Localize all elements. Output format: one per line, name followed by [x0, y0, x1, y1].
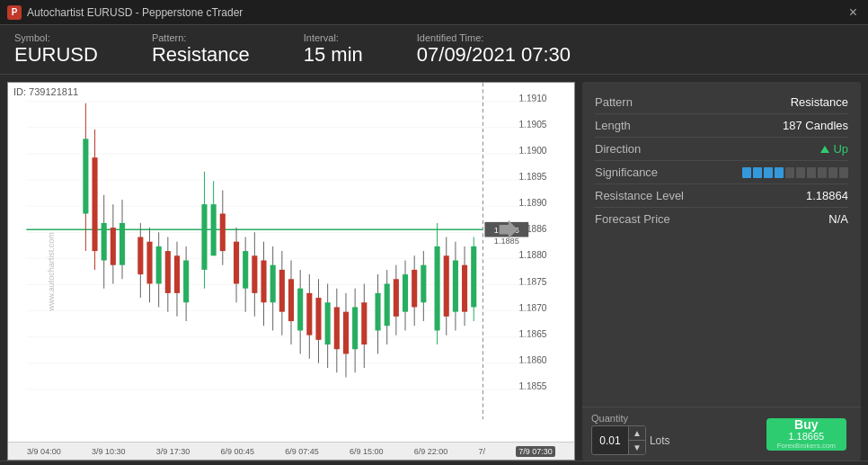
svg-rect-100	[435, 246, 440, 331]
quantity-down-button[interactable]: ▼	[629, 440, 645, 454]
sig-bar-3	[764, 167, 773, 178]
svg-rect-44	[156, 246, 162, 284]
sig-bar-6	[796, 167, 805, 178]
info-row-direction: Direction Up	[595, 138, 848, 161]
svg-rect-56	[220, 214, 226, 252]
direction-text: Up	[833, 142, 848, 156]
svg-text:1.1890: 1.1890	[518, 198, 546, 208]
info-row-length: Length 187 Candles	[595, 114, 848, 138]
svg-rect-58	[234, 242, 239, 284]
quantity-label: Quantity	[591, 413, 670, 424]
length-value: 187 Candles	[783, 119, 848, 132]
svg-rect-96	[412, 270, 417, 308]
svg-rect-74	[306, 293, 312, 335]
svg-rect-98	[421, 265, 426, 303]
chart-area: ID: 739121811 www.autochartist.com 1.191…	[7, 82, 575, 461]
bottom-bar: Open Chart Source: Autochartist i	[0, 461, 868, 465]
xlabel-8: 7/9 07:30	[516, 446, 555, 457]
titlebar: P Autochartist EURUSD - Pepperstone cTra…	[0, 0, 868, 25]
buy-button[interactable]: Buy 1.18665 ForexBrokers.com	[766, 418, 846, 451]
svg-rect-76	[315, 298, 321, 340]
svg-rect-34	[102, 223, 107, 261]
info-table: Pattern Resistance Length 187 Candles Di…	[582, 82, 861, 407]
xlabel-3: 6/9 00:45	[220, 447, 254, 456]
resistance-label: Resistance Level	[595, 189, 684, 202]
chart-inner: ID: 739121811 www.autochartist.com 1.191…	[8, 83, 574, 460]
lots-label: Lots	[650, 434, 670, 447]
header: Symbol: EURUSD Pattern: Resistance Inter…	[0, 25, 868, 75]
svg-rect-84	[352, 307, 358, 349]
significance-label: Significance	[595, 165, 658, 179]
info-row-pattern: Pattern Resistance	[595, 91, 848, 114]
xlabel-6: 6/9 22:00	[414, 447, 448, 456]
sig-bar-8	[818, 167, 827, 178]
identified-label: Identified Time:	[417, 32, 571, 43]
direction-label: Direction	[595, 142, 641, 156]
svg-text:1.1910: 1.1910	[518, 94, 546, 103]
info-row-significance: Significance	[595, 161, 848, 184]
svg-rect-86	[361, 302, 367, 344]
svg-rect-78	[325, 302, 331, 344]
significance-bars	[742, 167, 848, 178]
app-icon: P	[7, 5, 22, 20]
svg-rect-54	[211, 204, 217, 255]
svg-rect-38	[120, 223, 125, 265]
forecast-value: N/A	[828, 212, 848, 226]
sig-bar-7	[807, 167, 816, 178]
svg-rect-82	[343, 312, 349, 354]
svg-rect-106	[462, 265, 467, 312]
symbol-value: EURUSD	[14, 43, 98, 66]
svg-rect-104	[453, 261, 458, 312]
chart-xaxis: 3/9 04:00 3/9 10:30 3/9 17:30 6/9 00:45 …	[8, 442, 574, 460]
chart-svg: 1.1910 1.1905 1.1900 1.1895 1.1890 1.188…	[8, 83, 574, 438]
sig-bar-5	[785, 167, 794, 178]
quantity-section: Quantity ▲ ▼ Lots	[591, 413, 670, 455]
chart-watermark: www.autochartist.com	[47, 232, 56, 311]
svg-rect-64	[261, 261, 266, 303]
xlabel-5: 6/9 15:00	[350, 447, 384, 456]
svg-rect-36	[111, 228, 116, 265]
info-row-forecast: Forecast Price N/A	[595, 208, 848, 230]
buy-source: ForexBrokers.com	[777, 443, 836, 450]
quantity-input[interactable]	[592, 433, 628, 449]
svg-rect-94	[403, 274, 408, 312]
header-interval: Interval: 15 min	[304, 32, 363, 67]
svg-rect-32	[92, 157, 97, 251]
svg-text:1.1880: 1.1880	[518, 250, 546, 260]
svg-text:1.1895: 1.1895	[518, 172, 546, 182]
chart-id: ID: 739121811	[13, 86, 78, 97]
xlabel-7: 7/	[479, 447, 486, 456]
window-title: Autochartist EURUSD - Pepperstone cTrade…	[27, 6, 243, 19]
svg-rect-30	[83, 139, 88, 213]
close-button[interactable]: ×	[846, 4, 861, 21]
svg-rect-88	[375, 293, 380, 331]
resistance-value: 1.18864	[806, 189, 848, 202]
svg-rect-72	[297, 289, 303, 331]
identified-value: 07/09/2021 07:30	[417, 43, 571, 66]
svg-text:1.1860: 1.1860	[518, 355, 546, 365]
svg-rect-62	[252, 255, 257, 293]
length-label: Length	[595, 119, 631, 132]
pattern-value: Resistance	[791, 95, 848, 109]
xlabel-1: 3/9 10:30	[92, 447, 126, 456]
svg-rect-40	[137, 237, 143, 275]
svg-rect-46	[165, 251, 171, 293]
svg-text:1.1900: 1.1900	[518, 146, 546, 156]
svg-text:1.1865: 1.1865	[518, 329, 546, 339]
header-pattern: Pattern: Resistance	[152, 32, 250, 67]
pattern-label: Pattern	[595, 95, 633, 109]
svg-rect-70	[288, 279, 294, 321]
svg-rect-50	[183, 261, 189, 303]
pattern-label: Pattern:	[152, 32, 250, 43]
svg-text:1.1870: 1.1870	[518, 303, 546, 313]
svg-rect-92	[394, 279, 399, 317]
quantity-up-button[interactable]: ▲	[629, 426, 645, 440]
symbol-label: Symbol:	[14, 32, 98, 43]
svg-rect-90	[385, 283, 390, 326]
svg-rect-48	[174, 255, 180, 293]
sig-bar-2	[753, 167, 762, 178]
sig-bar-4	[775, 167, 784, 178]
svg-text:1.1905: 1.1905	[518, 120, 546, 130]
sig-bar-1	[742, 167, 751, 178]
direction-value: Up	[820, 142, 848, 156]
